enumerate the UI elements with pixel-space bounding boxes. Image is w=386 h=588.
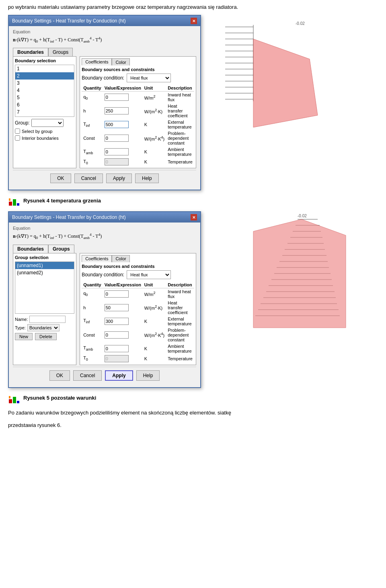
svg-rect-16 xyxy=(17,203,19,206)
select-by-group-label-1: Select by group xyxy=(22,129,52,134)
col-desc-2: Description xyxy=(166,282,194,288)
condition-label-2: Boundary condition: xyxy=(82,272,124,278)
interior-boundaries-label-1: Interior boundaries xyxy=(22,136,59,141)
select-by-group-checkbox-1[interactable] xyxy=(15,129,20,134)
equation-section-2: Equation n·(k∇T) = q0 + h(Tinf - T) + Co… xyxy=(13,226,196,241)
param-name-h-2: h xyxy=(82,300,103,316)
param-input-const-2[interactable] xyxy=(105,331,129,339)
caption-row-2: Rysunek 5 pozostałe warunki xyxy=(8,392,378,404)
group-selection-label-2: Group selection xyxy=(15,255,74,260)
boundary-settings-dialog-1: Boundary Settings - Heat Transfer by Con… xyxy=(8,15,201,190)
equation-text-2: n·(k∇T) = q0 + h(Tinf - T) + Const(Tamb4… xyxy=(13,231,196,241)
svg-rect-35 xyxy=(9,399,12,403)
new-button-2[interactable]: New xyxy=(15,333,33,340)
param-unit-h-2: W/(m2·K) xyxy=(143,300,166,316)
group-label-1: Group: xyxy=(15,120,30,126)
delete-button-2[interactable]: Delete xyxy=(35,333,57,340)
help-button-2[interactable]: Help xyxy=(136,370,160,381)
boundary-item-5[interactable]: 5 xyxy=(15,94,74,101)
caption-text-1: Rysunek 4 temperatura grzenia xyxy=(23,198,101,204)
select-by-group-row-1: Select by group xyxy=(15,129,74,134)
left-panel-2: Group selection (unnamed1) (unnamed2) Na… xyxy=(13,253,76,365)
param-input-tinf-1[interactable] xyxy=(105,121,129,128)
bottom-paragraph-2: przedstawia rysunek 6. xyxy=(8,421,378,430)
condition-select-2[interactable]: Heat flux xyxy=(127,270,171,279)
cancel-button-2[interactable]: Cancel xyxy=(73,370,102,381)
tab-groups-2[interactable]: Groups xyxy=(48,245,74,253)
boundary-settings-dialog-2: Boundary Settings - Heat Transfer by Con… xyxy=(8,211,201,388)
coeff-tab-color-1[interactable]: Color xyxy=(112,58,129,65)
group-select-1[interactable] xyxy=(31,119,64,127)
dialog-1-main: Boundary selection 1 2 3 4 5 6 7 xyxy=(13,56,196,168)
dialog-1-close-button[interactable]: ✕ xyxy=(191,18,197,24)
boundary-item-7[interactable]: 7 xyxy=(15,108,74,116)
param-desc-t0-1: Temperature xyxy=(166,157,194,166)
apply-button-2[interactable]: Apply xyxy=(105,370,133,381)
param-input-const-1[interactable] xyxy=(105,135,129,142)
tabs-row-2: Boundaries Groups xyxy=(13,245,196,253)
cancel-button-1[interactable]: Cancel xyxy=(74,174,103,183)
figure-5-container: Boundary Settings - Heat Transfer by Con… xyxy=(8,211,378,388)
param-row-tinf-2: Tinf K External temperature xyxy=(82,316,194,327)
param-input-q0-2[interactable] xyxy=(105,290,129,298)
boundary-item-6[interactable]: 6 xyxy=(15,101,74,108)
svg-rect-14 xyxy=(9,202,12,206)
type-select-2[interactable]: Boundaries xyxy=(27,324,60,331)
param-unit-h-1: W/(m2·K) xyxy=(143,103,166,119)
param-row-const-1: Const W/(m2·K4) Problem-dependent consta… xyxy=(82,130,194,146)
param-input-q0-1[interactable] xyxy=(105,94,129,101)
param-value-t0-1 xyxy=(103,157,143,166)
group-item-unnamed2[interactable]: (unnamed2) xyxy=(15,269,74,276)
group-item-unnamed1[interactable]: (unnamed1) xyxy=(15,262,74,269)
group-list-2[interactable]: (unnamed1) (unnamed2) xyxy=(15,261,74,314)
apply-button-1[interactable]: Apply xyxy=(106,174,132,183)
param-name-tamb-1: Tamb xyxy=(82,146,103,157)
svg-rect-15 xyxy=(13,199,16,206)
param-value-const-2 xyxy=(103,327,143,343)
param-input-h-1[interactable] xyxy=(105,107,129,114)
equation-text-1: n·(k∇T) = q0 + h(Tinf - T) + Const(Tamb4… xyxy=(13,35,196,45)
cad-area-2: -0.02 xyxy=(193,211,378,380)
name-input-2[interactable] xyxy=(29,316,66,323)
boundary-item-4[interactable]: 4 xyxy=(15,87,74,94)
coeff-tab-coefficients-2[interactable]: Coefficients xyxy=(82,255,112,262)
param-unit-t0-1: K xyxy=(143,157,166,166)
dialog-2-body: Equation n·(k∇T) = q0 + h(Tinf - T) + Co… xyxy=(9,223,200,387)
figure-4-container: Boundary Settings - Heat Transfer by Con… xyxy=(8,15,378,190)
param-input-tinf-2[interactable] xyxy=(105,318,129,325)
param-value-t0-2 xyxy=(103,354,143,363)
param-input-t0-2[interactable] xyxy=(105,355,129,362)
param-desc-tamb-1: Ambient temperature xyxy=(166,146,194,157)
dialog-1-titlebar: Boundary Settings - Heat Transfer by Con… xyxy=(9,16,200,26)
svg-rect-38 xyxy=(9,396,10,398)
param-name-const-1: Const xyxy=(82,130,103,146)
ok-button-1[interactable]: OK xyxy=(50,174,71,183)
tab-groups-1[interactable]: Groups xyxy=(48,48,73,56)
param-input-tamb-1[interactable] xyxy=(105,148,129,155)
fin-lines-1 xyxy=(225,25,253,101)
dialog-2-close-button[interactable]: ✕ xyxy=(191,214,197,220)
equation-section-1: Equation n·(k∇T) = q0 + h(Tinf - T) + Co… xyxy=(13,29,196,45)
boundary-item-1[interactable]: 1 xyxy=(15,65,74,72)
tab-boundaries-2[interactable]: Boundaries xyxy=(13,245,48,253)
condition-select-1[interactable]: Heat flux xyxy=(127,74,171,82)
param-input-tamb-2[interactable] xyxy=(105,345,129,352)
param-row-t0-1: T0 K Temperature xyxy=(82,157,194,166)
param-value-const-1 xyxy=(103,130,143,146)
tab-boundaries-1[interactable]: Boundaries xyxy=(13,48,48,56)
help-button-1[interactable]: Help xyxy=(135,174,159,183)
dim-text-2: -0.02 xyxy=(298,214,307,218)
ok-button-2[interactable]: OK xyxy=(49,370,70,381)
coeff-tab-coefficients-1[interactable]: Coefficients xyxy=(82,58,112,65)
param-name-tinf-1: Tinf xyxy=(82,119,103,130)
interior-boundaries-checkbox-1[interactable] xyxy=(15,135,20,141)
param-input-h-2[interactable] xyxy=(105,304,129,311)
param-value-tamb-2 xyxy=(103,343,143,354)
param-unit-q0-2: W/m2 xyxy=(143,288,166,300)
param-desc-tinf-2: External temperature xyxy=(166,316,194,327)
param-input-t0-1[interactable] xyxy=(105,158,129,165)
boundary-item-3[interactable]: 3 xyxy=(15,80,74,87)
boundary-item-2[interactable]: 2 xyxy=(15,72,74,80)
coeff-tab-color-2[interactable]: Color xyxy=(112,255,129,262)
boundary-list-1[interactable]: 1 2 3 4 5 6 7 xyxy=(15,65,74,117)
